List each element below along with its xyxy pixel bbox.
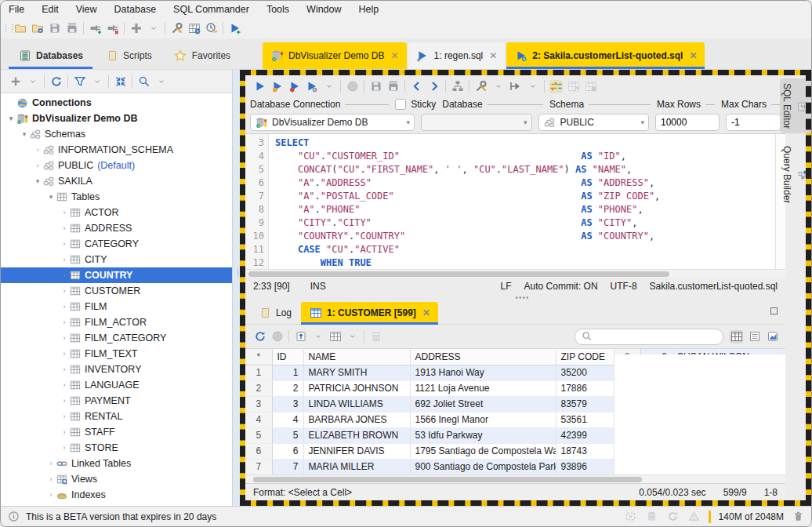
tree-item-payment[interactable]: ›PAYMENT xyxy=(1,393,232,409)
grid-horizontal-scrollbar[interactable] xyxy=(245,474,785,483)
chevron-right-icon[interactable]: › xyxy=(59,318,70,326)
table-row[interactable]: 66JENNIFER DAVIS1795 Santiago de Compost… xyxy=(245,443,614,459)
tree-item-public[interactable]: ›PUBLIC(Default) xyxy=(1,158,232,173)
chevron-right-icon[interactable]: › xyxy=(59,334,70,342)
code-line[interactable]: CONCAT("CU"."FIRST_NAME", ' ', "CU"."LAS… xyxy=(275,163,775,176)
grid-search-input[interactable] xyxy=(596,331,718,342)
warning-icon[interactable] xyxy=(687,510,701,523)
tree-item-store[interactable]: ›STORE xyxy=(1,440,232,456)
menu-database[interactable]: Database xyxy=(114,4,157,15)
side-tab-sql-editor[interactable]: SQL Editor xyxy=(780,78,811,133)
connection-select[interactable]: DbVisualizer Demo DB ▾ xyxy=(250,114,415,131)
tree-item-schemas[interactable]: ▾Schemas xyxy=(1,126,232,142)
table-row[interactable]: 55ELIZABETH BROWN53 Idfu Parkway42399106… xyxy=(245,427,614,443)
chevron-right-icon[interactable]: › xyxy=(59,256,70,264)
tree-item-category[interactable]: ›CATEGORY xyxy=(1,236,232,252)
chevron-right-icon[interactable]: › xyxy=(45,475,56,483)
chevron-right-icon[interactable]: › xyxy=(32,146,43,154)
create-new-icon[interactable] xyxy=(129,22,143,35)
tab-favorites[interactable]: Favorites xyxy=(165,42,240,69)
connect-icon[interactable] xyxy=(89,22,102,35)
side-tab-query-builder[interactable]: Query Builder xyxy=(780,141,811,208)
chevron-right-icon[interactable]: › xyxy=(59,397,70,405)
screen-icon[interactable] xyxy=(624,510,637,523)
editor-tools-icon[interactable] xyxy=(474,80,488,93)
filter-icon[interactable] xyxy=(73,75,86,88)
row-number[interactable]: 6 xyxy=(245,443,272,459)
tree-item-dbvisualizer-demo-db[interactable]: ▾DbVisualizer Demo DB xyxy=(1,111,232,126)
chevron-right-icon[interactable]: › xyxy=(59,413,70,420)
tree-item-rental[interactable]: ›RENTAL xyxy=(1,409,232,424)
code-line[interactable]: "COUNTRY"."COUNTRY" AS "COUNTRY", xyxy=(275,230,775,243)
tree-item-sakila[interactable]: ▾SAKILA xyxy=(1,173,232,189)
calculate-icon[interactable] xyxy=(369,330,382,343)
code-line[interactable]: "A"."PHONE" AS "PHONE", xyxy=(275,203,775,216)
results-splitter[interactable]: •••• xyxy=(245,295,785,301)
sync-icon[interactable] xyxy=(666,510,680,523)
table-row[interactable]: 11MARY SMITH1913 Hanoi Way35200283033842… xyxy=(245,365,614,380)
add-icon[interactable] xyxy=(9,75,22,88)
chevron-right-icon[interactable]: › xyxy=(59,209,70,216)
menu-window[interactable]: Window xyxy=(306,4,341,15)
chevron-right-icon[interactable]: › xyxy=(59,224,70,232)
execute-icon[interactable] xyxy=(253,80,266,93)
stop-icon[interactable] xyxy=(346,80,359,93)
menu-file[interactable]: File xyxy=(9,4,24,15)
chevron-down-icon[interactable] xyxy=(526,80,539,93)
row-number[interactable]: 5 xyxy=(245,427,272,443)
collapse-all-icon[interactable] xyxy=(114,75,127,88)
toolbar-grip[interactable]: ⋮⋮⋮⋮ xyxy=(2,26,9,31)
recent-icon[interactable] xyxy=(205,22,218,35)
tree-item-connections[interactable]: Connections xyxy=(1,95,232,111)
tree-item-views[interactable]: ›Views xyxy=(1,471,232,487)
close-icon[interactable]: ✕ xyxy=(489,50,497,61)
tree-item-tables[interactable]: ▾Tables xyxy=(1,189,232,205)
sql-code[interactable]: SELECT "CU"."CUSTOMER_ID" AS "ID", CONCA… xyxy=(269,134,775,269)
tree-item-address[interactable]: ›ADDRESS xyxy=(1,220,232,236)
code-line[interactable]: WHEN TRUE xyxy=(275,256,775,269)
code-line[interactable]: "CU"."CUSTOMER_ID" AS "ID", xyxy=(275,150,775,163)
chevron-right-icon[interactable]: › xyxy=(59,240,70,248)
column-header[interactable]: ID xyxy=(272,349,303,365)
close-icon[interactable]: ✕ xyxy=(689,50,697,61)
tree-item-inventory[interactable]: ›INVENTORY xyxy=(1,362,232,377)
tree-item-actor[interactable]: ›ACTOR xyxy=(1,205,232,220)
tree-item-language[interactable]: ›LANGUAGE xyxy=(1,377,232,393)
select-all-cell[interactable]: * xyxy=(245,349,272,365)
grid-options-icon[interactable] xyxy=(328,330,342,343)
column-header[interactable]: ADDRESS xyxy=(410,349,556,365)
tree-item-film-actor[interactable]: ›FILM_ACTOR xyxy=(1,314,232,330)
tab-scripts[interactable]: Scripts xyxy=(96,42,161,69)
row-number[interactable]: 3 xyxy=(245,396,272,412)
code-line[interactable]: CASE "CU"."ACTIVE" xyxy=(275,243,775,256)
tree-item-linked-tables[interactable]: ›Linked Tables xyxy=(1,456,232,471)
sql-commander-icon[interactable] xyxy=(228,22,241,35)
menu-view[interactable]: View xyxy=(76,4,97,15)
auto-commit[interactable]: Auto Commit: ON xyxy=(524,281,598,292)
chevron-right-icon[interactable]: › xyxy=(59,303,70,311)
save-as-icon[interactable] xyxy=(386,80,400,93)
tree-item-indexes[interactable]: ›Indexes xyxy=(1,487,232,503)
maximize-results-button[interactable] xyxy=(770,307,778,314)
disconnect-icon[interactable] xyxy=(106,22,119,35)
stop-icon[interactable] xyxy=(270,330,284,343)
chevron-down-icon[interactable] xyxy=(147,22,160,35)
max-rows-input[interactable] xyxy=(655,114,720,131)
menu-sql-commander[interactable]: SQL Commander xyxy=(173,4,249,15)
doc-tab[interactable]: 1: regen.sql✕ xyxy=(408,42,506,69)
history-back-icon[interactable] xyxy=(410,80,423,93)
export-grid-icon[interactable] xyxy=(294,330,307,343)
chevron-down-icon[interactable] xyxy=(491,80,505,93)
tools-icon[interactable] xyxy=(170,22,183,35)
save-icon[interactable] xyxy=(48,22,61,35)
tree-item-country[interactable]: ›COUNTRY xyxy=(1,267,232,283)
chevron-right-icon[interactable]: › xyxy=(45,491,56,499)
folder-settings-icon[interactable] xyxy=(31,22,44,35)
execute-explain-icon[interactable] xyxy=(305,80,318,93)
code-line[interactable]: SELECT xyxy=(275,136,775,150)
chevron-right-icon[interactable]: › xyxy=(59,428,70,436)
refresh-icon[interactable] xyxy=(49,75,63,88)
table-row[interactable]: 77MARIA MILLER900 Santiago de Compostela… xyxy=(245,459,614,474)
max-chars-input[interactable] xyxy=(726,114,781,131)
chevron-down-icon[interactable]: ▾ xyxy=(45,193,56,201)
